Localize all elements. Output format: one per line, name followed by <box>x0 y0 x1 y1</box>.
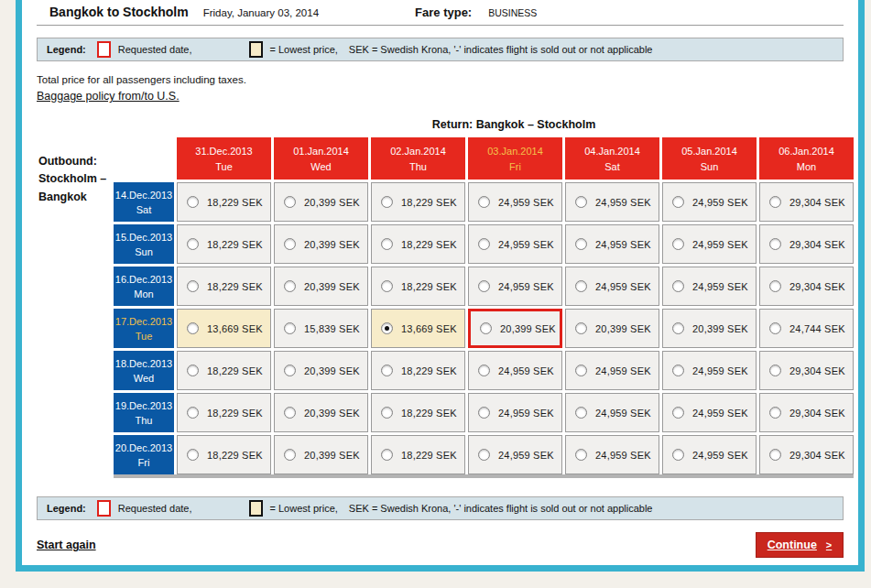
fare-radio[interactable] <box>284 407 296 419</box>
fare-radio[interactable] <box>284 365 296 376</box>
fare-cell: 18,229 SEK <box>371 182 465 222</box>
fare-price: 13,669 SEK <box>207 323 263 334</box>
fare-radio[interactable] <box>478 238 490 250</box>
fare-radio[interactable] <box>769 365 781 376</box>
fare-radio[interactable] <box>575 238 587 250</box>
fare-price: 20,399 SEK <box>304 281 360 292</box>
legend-lowest-text: = Lowest price, <box>270 44 338 55</box>
fare-price: 24,959 SEK <box>498 281 554 292</box>
fare-price: 24,959 SEK <box>595 197 651 208</box>
fare-cell: 18,229 SEK <box>177 351 271 390</box>
fare-radio[interactable] <box>575 407 587 419</box>
fare-radio[interactable] <box>381 322 393 334</box>
fare-cell: 24,959 SEK <box>468 393 562 432</box>
fare-radio[interactable] <box>575 322 587 334</box>
page-title: Bangkok to Stockholm <box>49 5 189 19</box>
total-price-note: Total price for all passengers including… <box>37 74 844 85</box>
fare-radio[interactable] <box>187 365 199 376</box>
fare-radio[interactable] <box>478 196 490 208</box>
legend-lowest-text: = Lowest price, <box>270 503 338 514</box>
return-direction-title: Return: Bangkok – Stockholm <box>174 118 854 131</box>
fare-price: 24,744 SEK <box>789 323 845 334</box>
fare-cell: 18,229 SEK <box>177 435 271 474</box>
fare-radio[interactable] <box>284 280 296 292</box>
fare-cell: 24,959 SEK <box>565 351 659 390</box>
fare-radio[interactable] <box>478 407 490 419</box>
fare-price: 20,399 SEK <box>304 408 360 419</box>
return-date-header: 05.Jan.2014Sun <box>662 137 757 180</box>
fare-radio[interactable] <box>381 365 393 376</box>
fare-radio[interactable] <box>187 238 199 250</box>
fare-radio[interactable] <box>575 365 587 376</box>
fare-radio[interactable] <box>381 238 393 250</box>
fare-grid: 31.Dec.2013Tue01.Jan.2014Wed02.Jan.2014T… <box>114 137 854 478</box>
fare-radio[interactable] <box>187 196 199 208</box>
fare-radio[interactable] <box>381 407 393 419</box>
legend-krona-text: SEK = Swedish Krona, '-' indicates fligh… <box>349 44 653 55</box>
fare-cell: 24,959 SEK <box>468 351 562 390</box>
legend-requested-text: Requested date, <box>118 503 192 514</box>
fare-cell: 24,959 SEK <box>565 182 659 222</box>
fare-radio[interactable] <box>672 322 684 334</box>
fare-radio[interactable] <box>187 407 199 419</box>
fare-price: 20,399 SEK <box>692 323 748 334</box>
fare-price: 24,959 SEK <box>595 239 651 250</box>
fare-price: 18,229 SEK <box>207 450 263 461</box>
fare-cell: 29,304 SEK <box>759 182 854 222</box>
content-frame: Bangkok to Stockholm Friday, January 03,… <box>16 0 865 572</box>
fare-radio[interactable] <box>381 280 393 292</box>
fare-cell: 24,959 SEK <box>565 224 659 264</box>
outbound-date-header: 19.Dec.2013Thu <box>114 393 174 432</box>
return-date-header: 02.Jan.2014Thu <box>371 137 465 180</box>
fare-price: 13,669 SEK <box>401 323 457 334</box>
fare-cell: 18,229 SEK <box>371 393 465 432</box>
outbound-date-header: 15.Dec.2013Sun <box>114 224 174 264</box>
fare-radio[interactable] <box>575 280 587 292</box>
fare-radio[interactable] <box>575 449 587 461</box>
fare-radio[interactable] <box>769 238 781 250</box>
fare-cell: 18,229 SEK <box>371 224 465 264</box>
fare-radio[interactable] <box>187 280 199 292</box>
fare-cell: 20,399 SEK <box>468 309 562 348</box>
fare-radio[interactable] <box>478 365 490 376</box>
fare-cell: 24,959 SEK <box>468 224 562 264</box>
fare-radio[interactable] <box>769 407 781 419</box>
baggage-policy-link[interactable]: Baggage policy from/to U.S. <box>37 90 180 103</box>
fare-cell: 18,229 SEK <box>177 224 271 264</box>
fare-price: 20,399 SEK <box>304 365 360 376</box>
fare-radio[interactable] <box>672 280 684 292</box>
fare-price: 24,959 SEK <box>498 450 554 461</box>
fare-radio[interactable] <box>769 280 781 292</box>
fare-radio[interactable] <box>187 449 199 461</box>
fare-cell: 20,399 SEK <box>274 267 368 306</box>
fare-radio[interactable] <box>187 322 199 334</box>
fare-radio[interactable] <box>769 449 781 461</box>
fare-cell: 18,229 SEK <box>371 351 465 390</box>
fare-radio[interactable] <box>284 196 296 208</box>
fare-radio[interactable] <box>672 196 684 208</box>
fare-cell: 20,399 SEK <box>274 435 368 474</box>
fare-price: 24,959 SEK <box>498 408 554 419</box>
fare-radio[interactable] <box>284 238 296 250</box>
fare-radio[interactable] <box>381 196 393 208</box>
fare-radio[interactable] <box>672 407 684 419</box>
lowest-price-swatch <box>249 500 263 517</box>
fare-radio[interactable] <box>769 196 781 208</box>
fare-price: 24,959 SEK <box>595 281 651 292</box>
fare-price: 20,399 SEK <box>304 239 360 250</box>
fare-radio[interactable] <box>284 449 296 461</box>
start-again-link[interactable]: Start again <box>37 539 96 551</box>
fare-radio[interactable] <box>769 322 781 334</box>
fare-radio[interactable] <box>672 449 684 461</box>
fare-radio[interactable] <box>575 196 587 208</box>
continue-button[interactable]: Continue > <box>756 532 844 558</box>
fare-radio[interactable] <box>480 322 492 334</box>
fare-price: 24,959 SEK <box>692 239 748 250</box>
fare-radio[interactable] <box>478 449 490 461</box>
fare-radio[interactable] <box>381 449 393 461</box>
fare-radio[interactable] <box>284 322 296 334</box>
fare-price: 18,229 SEK <box>207 239 263 250</box>
fare-radio[interactable] <box>478 280 490 292</box>
fare-radio[interactable] <box>672 365 684 376</box>
fare-radio[interactable] <box>672 238 684 250</box>
